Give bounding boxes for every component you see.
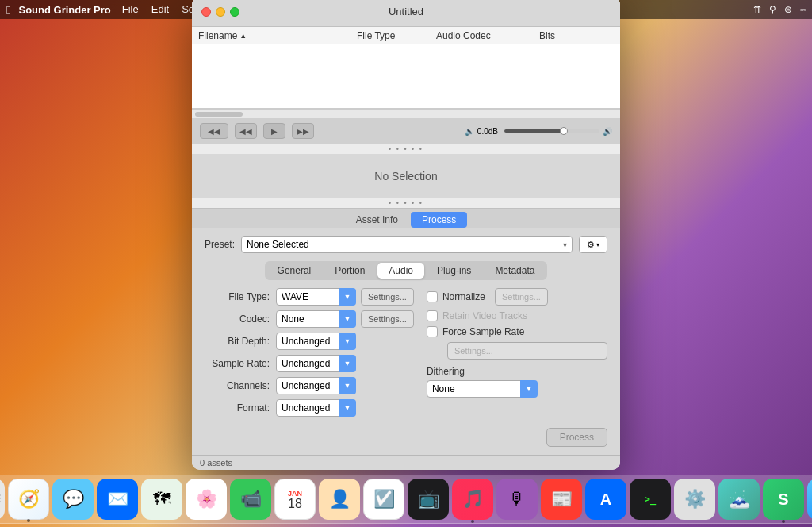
preset-label: Preset: [205, 239, 235, 250]
bit-depth-select[interactable]: Unchanged [276, 333, 339, 350]
forward-button[interactable]: ▶▶ [292, 123, 314, 139]
mail-icon: ✉️ [107, 489, 128, 510]
minimize-button[interactable] [216, 7, 225, 17]
table-body[interactable] [192, 44, 620, 108]
bit-depth-chevron-btn[interactable]: ▼ [339, 333, 356, 350]
format-label: Format: [205, 402, 276, 414]
sample-rate-select[interactable]: Unchanged [276, 355, 339, 372]
file-type-select[interactable]: WAVE [276, 288, 339, 306]
app-name[interactable]: Sound Grinder Pro [18, 4, 110, 16]
soundgrinder-icon: S [778, 490, 788, 509]
menu-edit[interactable]: Edit [145, 0, 175, 19]
messages-icon: 💬 [63, 489, 84, 510]
col-filename[interactable]: Filename ▲ [192, 30, 350, 41]
file-type-label: File Type: [205, 291, 276, 302]
col-filetype[interactable]: File Type [350, 30, 430, 41]
sample-rate-label: Sample Rate: [205, 358, 276, 369]
tab-portion[interactable]: Portion [324, 263, 376, 279]
format-chevron-btn[interactable]: ▼ [339, 399, 356, 417]
wifi-icon[interactable]: ⇈ [753, 4, 761, 15]
reminders-icon: ☑️ [373, 489, 395, 510]
battery-icon[interactable]: ⎓ [800, 4, 806, 15]
volume-section: 🔈 0.0dB 🔊 [465, 127, 612, 136]
tab-audio[interactable]: Audio [377, 263, 424, 279]
tab-general[interactable]: General [266, 263, 323, 279]
dithering-section: Dithering None ▼ [427, 366, 607, 398]
channels-label: Channels: [205, 380, 276, 391]
play-button[interactable]: ▶ [263, 123, 285, 139]
normalize-checkbox[interactable] [427, 291, 438, 302]
dock-calendar[interactable]: JAN 18 [274, 479, 316, 520]
close-button[interactable] [201, 7, 211, 17]
tab-plugins[interactable]: Plug-ins [426, 263, 482, 279]
dock-terminal[interactable]: >_ [630, 479, 671, 520]
volume-slider[interactable] [504, 129, 599, 133]
dock-appletv[interactable]: 📺 [408, 479, 449, 520]
dock-reminders[interactable]: ☑️ [363, 479, 404, 520]
dock-messages[interactable]: 💬 [52, 479, 94, 520]
rewind-button[interactable]: ◀◀ [235, 123, 257, 139]
dock-podcasts[interactable]: 🎙 [496, 479, 538, 520]
status-bar: 0 assets [192, 455, 620, 470]
file-type-chevron-btn[interactable]: ▼ [339, 288, 356, 306]
dock-launchpad[interactable]: ⠿⠿ ⠿⠿ [0, 479, 5, 520]
dock-folder[interactable]: 📁 [807, 479, 812, 520]
horizontal-scrollbar[interactable] [192, 109, 620, 118]
maximize-button[interactable] [230, 7, 239, 17]
scrollbar-track[interactable] [195, 112, 243, 117]
bit-depth-control: Unchanged ▼ [276, 333, 356, 350]
preset-chevron-icon [563, 239, 567, 250]
dock-news[interactable]: 📰 [541, 479, 582, 520]
force-sample-rate-row: Force Sample Rate [427, 326, 607, 337]
normalize-settings-btn[interactable]: Settings... [495, 288, 548, 306]
retain-video-checkbox[interactable] [427, 310, 438, 321]
dock-appstore[interactable]: A [585, 479, 626, 520]
volume-label: 0.0dB [477, 127, 498, 136]
codec-settings-btn[interactable]: Settings... [361, 310, 414, 328]
channels-select[interactable]: Unchanged [276, 377, 339, 394]
dock-facetime[interactable]: 📹 [230, 479, 271, 520]
dock-systemprefs[interactable]: ⚙️ [674, 479, 715, 520]
channels-row: Channels: Unchanged ▼ [205, 377, 414, 394]
process-button[interactable]: Process [546, 428, 607, 447]
dock-safari[interactable]: 🧭 [8, 479, 49, 520]
dock-maps[interactable]: 🗺 [141, 479, 182, 520]
file-type-settings-btn[interactable]: Settings... [361, 288, 414, 306]
codec-chevron-btn[interactable]: ▼ [339, 310, 356, 328]
file-type-row: File Type: WAVE ▼ Settings... [205, 288, 414, 306]
calendar-date: 18 [288, 498, 302, 510]
dock-soundgrinder[interactable]: S [763, 479, 804, 520]
channels-chevron-btn[interactable]: ▼ [339, 377, 356, 394]
apple-menu[interactable]:  [6, 3, 10, 17]
tab-metadata[interactable]: Metadata [484, 263, 546, 279]
photos-icon: 🌸 [196, 489, 217, 510]
codec-label: Codec: [205, 314, 276, 325]
col-bits[interactable]: Bits [533, 30, 596, 41]
preset-settings-button[interactable]: ⚙ ▾ [579, 236, 607, 253]
codec-select[interactable]: None [276, 310, 339, 328]
dock-photos[interactable]: 🌸 [186, 479, 227, 520]
force-sample-rate-checkbox[interactable] [427, 326, 438, 337]
separator-dots-2: • • • • • [192, 198, 620, 208]
tab-process[interactable]: Process [411, 212, 467, 228]
search-icon[interactable]: ⚲ [769, 4, 776, 15]
sample-rate-chevron-btn[interactable]: ▼ [339, 355, 356, 372]
dock-contacts[interactable]: 👤 [319, 479, 360, 520]
preset-select[interactable]: None Selected [241, 236, 573, 253]
dock-music[interactable]: 🎵 [452, 479, 493, 520]
format-select[interactable]: Unchanged [276, 399, 339, 417]
dock-mail[interactable]: ✉️ [97, 479, 138, 520]
process-btn-row: Process [205, 428, 607, 447]
control-center-icon[interactable]: ⊛ [784, 4, 792, 15]
file-table: Filename ▲ File Type Audio Codec Bits [192, 27, 620, 109]
force-sample-rate-settings-btn[interactable]: Settings... [447, 342, 607, 360]
maps-icon: 🗺 [153, 489, 170, 510]
tab-asset-info[interactable]: Asset Info [345, 212, 409, 228]
dock-maps2[interactable]: 🗻 [718, 479, 760, 520]
menu-file[interactable]: File [116, 0, 145, 19]
back-button[interactable]: ◀◀ [200, 123, 228, 139]
dithering-select[interactable]: None [427, 380, 521, 398]
dithering-chevron-btn[interactable]: ▼ [520, 380, 538, 398]
col-audiocodec[interactable]: Audio Codec [430, 30, 533, 41]
dock: 🙂 ⠿⠿ ⠿⠿ 🧭 💬 ✉️ 🗺 🌸 📹 [0, 475, 812, 524]
